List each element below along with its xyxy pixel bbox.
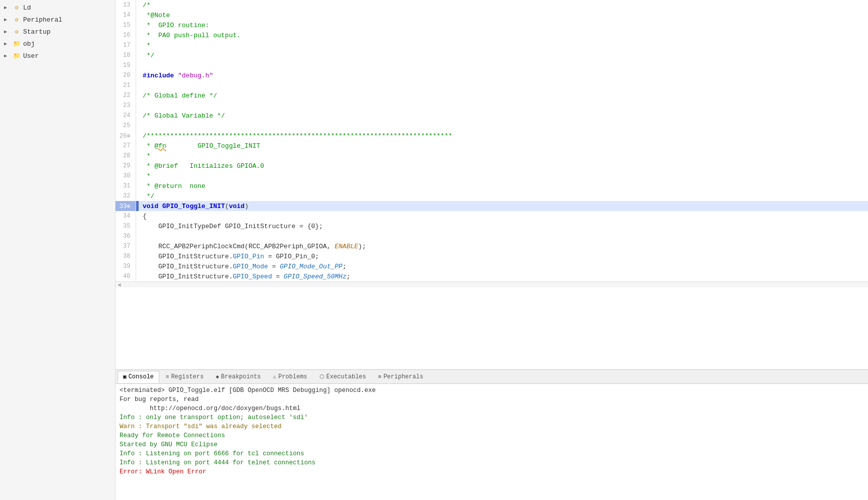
line-content: /***************************************…: [139, 131, 868, 141]
sidebar-item-user[interactable]: ▶ 📁 User: [0, 50, 115, 62]
line-number: 33⊕: [116, 201, 136, 211]
table-row: 40 GPIO_InitStructure.GPIO_Speed = GPIO_…: [116, 271, 868, 281]
line-content: *@Note: [139, 10, 868, 20]
line-content: * @fn GPIO_Toggle_INIT: [139, 141, 868, 151]
settings-icon-peripheral: ⚙: [12, 16, 21, 24]
line-content: */: [139, 50, 868, 60]
line-number: 24: [116, 111, 136, 121]
sidebar-item-label-ld: Ld: [23, 3, 31, 13]
line-content: /* Global Variable */: [139, 111, 868, 121]
console-line-error: Error: WLink Open Error: [120, 467, 864, 476]
table-row: 30 *: [116, 171, 868, 181]
line-content: {: [139, 211, 868, 221]
line-number: 38: [116, 251, 136, 261]
line-number: 31: [116, 181, 136, 191]
arrow-icon-peripheral: ▶: [4, 15, 12, 25]
table-row: 16 * PA0 push-pull output.: [116, 30, 868, 40]
line-content: * @return none: [139, 181, 868, 191]
line-number: 21: [116, 80, 136, 90]
tab-peripherals[interactable]: ≋ Peripherals: [373, 371, 429, 383]
tab-breakpoints[interactable]: ◆ Breakpoints: [210, 371, 266, 383]
line-number: 27: [116, 141, 136, 151]
tab-problems[interactable]: ⚠ Problems: [267, 371, 312, 383]
table-row: 26⊕ /***********************************…: [116, 131, 868, 141]
line-number: 22: [116, 90, 136, 101]
sidebar: ▶ ⚙ Ld ▶ ⚙ Peripheral ▶ ⚙ Startup ▶ 📁 ob…: [0, 0, 116, 500]
tab-executables[interactable]: ⬡ Executables: [314, 371, 372, 383]
registers-icon: ≡: [166, 374, 169, 380]
table-row: 25: [116, 121, 868, 131]
line-content: [139, 231, 868, 241]
console-line-info3: Info : Listening on port 4444 for telnet…: [120, 458, 864, 467]
line-content: /* Global define */: [139, 90, 868, 101]
arrow-icon: ▶: [4, 3, 12, 13]
tabs-bar: ▣ Console ≡ Registers ◆ Breakpoints ⚠ Pr…: [116, 370, 868, 384]
arrow-icon-obj: ▶: [4, 39, 12, 49]
line-number: 36: [116, 231, 136, 241]
table-row: 23: [116, 101, 868, 111]
table-row: 14 *@Note: [116, 10, 868, 20]
line-content: */: [139, 191, 868, 201]
line-number: 25: [116, 121, 136, 131]
sidebar-item-label-peripheral: Peripheral: [23, 15, 62, 25]
tab-label-problems: Problems: [278, 373, 307, 380]
console-icon: ▣: [123, 373, 127, 380]
line-content: [139, 101, 868, 111]
line-number: 20: [116, 70, 136, 80]
line-content: * @brief Initializes GPIOA.0: [139, 161, 868, 171]
breakpoints-icon: ◆: [215, 373, 219, 380]
tab-label-console: Console: [129, 373, 154, 380]
line-number: 30: [116, 171, 136, 181]
console-line-started: Started by GNU MCU Eclipse: [120, 440, 864, 449]
line-content: *: [139, 40, 868, 50]
line-number: 39: [116, 261, 136, 271]
table-row: 31 * @return none: [116, 181, 868, 191]
sidebar-item-obj[interactable]: ▶ 📁 obj: [0, 38, 115, 50]
line-content: [139, 60, 868, 70]
line-content: GPIO_InitStructure.GPIO_Mode = GPIO_Mode…: [139, 261, 868, 271]
table-row: 38 GPIO_InitStructure.GPIO_Pin = GPIO_Pi…: [116, 251, 868, 261]
code-table: 13 /* 14 *@Note 15 * GPIO routin: [116, 0, 868, 281]
problems-icon: ⚠: [273, 373, 276, 380]
line-number: 35: [116, 221, 136, 231]
line-number: 26⊕: [116, 131, 136, 141]
console-line: For bug reports, read: [120, 395, 864, 404]
tab-console[interactable]: ▣ Console: [118, 371, 159, 383]
line-content: GPIO_InitStructure.GPIO_Speed = GPIO_Spe…: [139, 271, 868, 281]
line-number: 23: [116, 101, 136, 111]
table-row-highlighted: 33⊕ void GPIO_Toggle_INIT(void): [116, 201, 868, 211]
line-content: [139, 80, 868, 90]
main-layout: ▶ ⚙ Ld ▶ ⚙ Peripheral ▶ ⚙ Startup ▶ 📁 ob…: [0, 0, 868, 500]
line-content: *: [139, 151, 868, 161]
sidebar-item-startup[interactable]: ▶ ⚙ Startup: [0, 26, 115, 38]
sidebar-item-peripheral[interactable]: ▶ ⚙ Peripheral: [0, 14, 115, 26]
tab-label-peripherals: Peripherals: [383, 373, 423, 380]
line-number: 32: [116, 191, 136, 201]
line-number: 15: [116, 20, 136, 30]
console-line-ready: Ready for Remote Connections: [120, 431, 864, 440]
table-row: 35 GPIO_InitTypeDef GPIO_InitStructure =…: [116, 221, 868, 231]
settings-icon-startup: ⚙: [12, 28, 21, 36]
line-number: 14: [116, 10, 136, 20]
folder-icon-user: 📁: [12, 52, 21, 60]
table-row: 13 /*: [116, 0, 868, 10]
line-content: [139, 121, 868, 131]
tab-registers[interactable]: ≡ Registers: [160, 371, 209, 383]
table-row: 15 * GPIO routine:: [116, 20, 868, 30]
console-output: <terminated> GPIO_Toggle.elf [GDB OpenOC…: [116, 384, 868, 500]
console-line-info: Info : only one transport option; autose…: [120, 413, 864, 422]
sidebar-item-ld[interactable]: ▶ ⚙ Ld: [0, 2, 115, 14]
line-content: #include "debug.h": [139, 70, 868, 80]
console-line-terminated: <terminated> GPIO_Toggle.elf [GDB OpenOC…: [120, 386, 864, 395]
line-number: 18: [116, 50, 136, 60]
line-number: 40: [116, 271, 136, 281]
console-line-info2: Info : Listening on port 6666 for tcl co…: [120, 449, 864, 458]
table-row: 17 *: [116, 40, 868, 50]
code-editor[interactable]: 13 /* 14 *@Note 15 * GPIO routin: [116, 0, 868, 369]
table-row: 19: [116, 60, 868, 70]
console-line-warn: Warn : Transport "sdi" was already selec…: [120, 422, 864, 431]
tab-label-executables: Executables: [327, 373, 366, 380]
table-row: 18 */: [116, 50, 868, 60]
line-number: 17: [116, 40, 136, 50]
line-number: 29: [116, 161, 136, 171]
